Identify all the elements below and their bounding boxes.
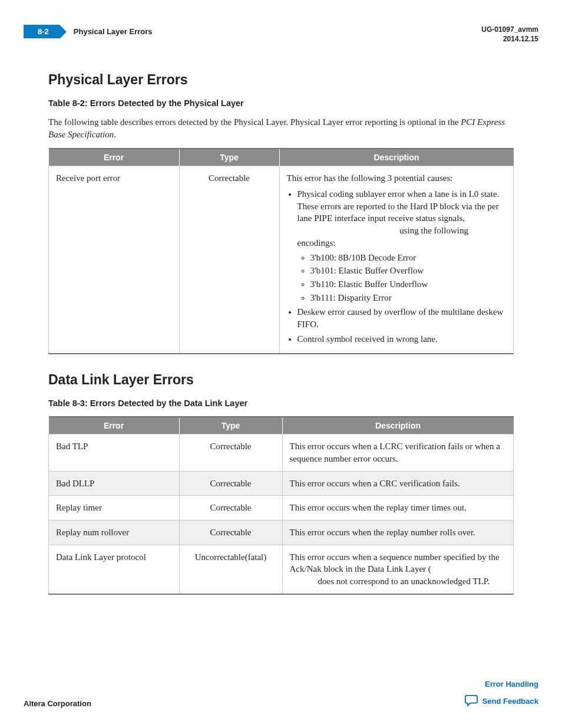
page-footer: Altera Corporation Error Handling Send F… <box>24 680 538 708</box>
cell-error: Bad TLP <box>49 434 180 471</box>
cell-type: Correctable <box>179 471 282 496</box>
cell-type: Correctable <box>179 434 282 471</box>
cell-desc: This error occurs when the replay timer … <box>282 496 514 521</box>
header-section-name: Physical Layer Errors <box>74 27 153 36</box>
error-handling-link[interactable]: Error Handling <box>485 680 538 689</box>
section-heading: Physical Layer Errors <box>48 72 514 88</box>
doc-id: UG-01097_avmm <box>481 25 538 34</box>
cell-desc: This error has the following 3 potential… <box>279 166 514 354</box>
list-item: 3'b110: Elastic Buffer Underflow <box>310 278 507 291</box>
send-feedback-link[interactable]: Send Feedback <box>482 697 538 706</box>
cell-error: Replay num rollover <box>49 521 180 545</box>
table-row: Replay num rollover Correctable This err… <box>49 521 514 545</box>
list-item: 3'b101: Elastic Buffer Overflow <box>310 265 507 277</box>
page-content: Physical Layer Errors Table 8-2: Errors … <box>0 44 562 594</box>
list-item: 3'b111: Disparity Error <box>310 292 507 304</box>
col-header-desc: Description <box>282 417 514 434</box>
intro-paragraph: The following table describes errors det… <box>48 116 514 141</box>
list-item: Deskew error caused by overflow of the m… <box>297 306 507 330</box>
col-header-error: Error <box>49 149 180 166</box>
table-title: Table 8-3: Errors Detected by the Data L… <box>48 398 514 408</box>
cell-desc: This error occurs when the replay number… <box>282 521 514 545</box>
page-tab: 8-2 Physical Layer Errors <box>24 25 153 38</box>
col-header-type: Type <box>179 149 279 166</box>
section-heading: Data Link Layer Errors <box>48 372 514 388</box>
table-title: Table 8-2: Errors Detected by the Physic… <box>48 98 514 108</box>
cell-desc: This error occurs when a CRC verificatio… <box>282 471 514 496</box>
doc-meta: UG-01097_avmm 2014.12.15 <box>481 25 538 44</box>
cell-type: Correctable <box>179 496 282 521</box>
cell-error: Receive port error <box>49 166 180 354</box>
text: using the following encodings: <box>297 226 468 248</box>
footer-corporation: Altera Corporation <box>24 699 91 708</box>
table-row: Data Link Layer protocol Uncorrectable(f… <box>49 545 514 594</box>
physical-layer-errors-table: Error Type Description Receive port erro… <box>48 148 514 354</box>
page-header: 8-2 Physical Layer Errors UG-01097_avmm … <box>0 0 562 44</box>
cell-error: Bad DLLP <box>49 471 180 496</box>
table-row: Bad TLP Correctable This error occurs wh… <box>49 434 514 471</box>
doc-date: 2014.12.15 <box>481 34 538 44</box>
table-row: Receive port error Correctable This erro… <box>49 166 514 354</box>
col-header-desc: Description <box>279 149 514 166</box>
desc-lead: This error has the following 3 potential… <box>287 172 507 185</box>
table-row: Bad DLLP Correctable This error occurs w… <box>49 471 514 496</box>
cell-type: Uncorrectable(fatal) <box>179 545 282 594</box>
cell-error: Data Link Layer protocol <box>49 545 180 594</box>
col-header-type: Type <box>179 417 282 434</box>
cell-desc: This error occurs when a sequence number… <box>282 545 514 594</box>
list-item: Control symbol received in wrong lane. <box>297 333 507 345</box>
text: Physical coding sublayer error when a la… <box>297 189 500 223</box>
text: . <box>114 130 116 139</box>
page-number: 8-2 <box>24 25 59 38</box>
cell-desc: This error occurs when a LCRC verificati… <box>282 434 514 471</box>
list-item: 3'b100: 8B/10B Decode Error <box>310 252 507 264</box>
col-header-error: Error <box>49 417 180 434</box>
list-item: Physical coding sublayer error when a la… <box>297 188 507 304</box>
text: does not correspond to an unacknowledged… <box>318 577 490 586</box>
text: This error occurs when a sequence number… <box>290 552 500 574</box>
cell-error: Replay timer <box>49 496 180 521</box>
text: The following table describes errors det… <box>48 117 461 127</box>
cell-type: Correctable <box>179 521 282 545</box>
data-link-layer-errors-table: Error Type Description Bad TLP Correctab… <box>48 416 514 595</box>
feedback-icon <box>465 694 482 708</box>
cell-type: Correctable <box>179 166 279 354</box>
table-row: Replay timer Correctable This error occu… <box>49 496 514 521</box>
